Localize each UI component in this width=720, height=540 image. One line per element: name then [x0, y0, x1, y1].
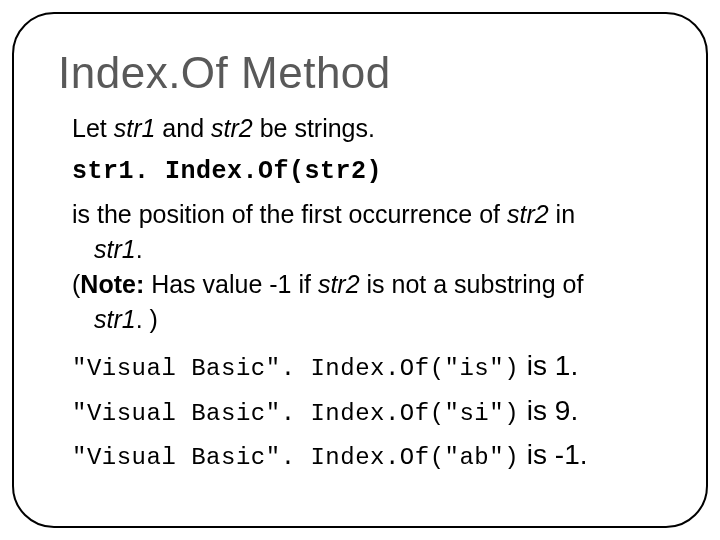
example-code: "Visual Basic". Index.Of("si") — [72, 400, 519, 427]
text: is the position of the first occurrence … — [72, 200, 507, 228]
text: . ) — [136, 305, 158, 333]
var-str1: str1 — [94, 235, 136, 263]
var-str1: str1 — [94, 305, 136, 333]
slide-title: Index.Of Method — [58, 48, 670, 98]
var-str2: str2 — [318, 270, 360, 298]
var-str2: str2 — [507, 200, 549, 228]
is-text: is — [519, 395, 555, 426]
text: in — [549, 200, 575, 228]
is-text: is — [519, 350, 555, 381]
slide-body: Let str1 and str2 be strings. str1. Inde… — [58, 112, 670, 472]
text: Let — [72, 114, 114, 142]
example-row: "Visual Basic". Index.Of("si") is 9. — [72, 395, 670, 428]
example-result: -1. — [555, 439, 588, 470]
var-str2: str2 — [211, 114, 253, 142]
example-row: "Visual Basic". Index.Of("is") is 1. — [72, 350, 670, 383]
explain-line-1: is the position of the first occurrence … — [72, 198, 670, 231]
explain-line-3: (Note: Has value -1 if str2 is not a sub… — [72, 268, 670, 301]
example-row: "Visual Basic". Index.Of("ab") is -1. — [72, 439, 670, 472]
text: Has value -1 if — [144, 270, 318, 298]
text: and — [155, 114, 211, 142]
note-label: Note: — [80, 270, 144, 298]
text: is not a substring of — [360, 270, 584, 298]
example-result: 1. — [555, 350, 578, 381]
explain-line-2: str1. — [72, 233, 670, 266]
explain-line-4: str1. ) — [72, 303, 670, 336]
example-code: "Visual Basic". Index.Of("is") — [72, 355, 519, 382]
example-result: 9. — [555, 395, 578, 426]
text: . — [136, 235, 143, 263]
example-code: "Visual Basic". Index.Of("ab") — [72, 444, 519, 471]
is-text: is — [519, 439, 555, 470]
var-str1: str1 — [114, 114, 156, 142]
code-line: str1. Index.Of(str2) — [72, 155, 670, 188]
slide-frame: Index.Of Method Let str1 and str2 be str… — [12, 12, 708, 528]
text: be strings. — [253, 114, 375, 142]
intro-line: Let str1 and str2 be strings. — [72, 112, 670, 145]
examples-block: "Visual Basic". Index.Of("is") is 1. "Vi… — [72, 350, 670, 472]
